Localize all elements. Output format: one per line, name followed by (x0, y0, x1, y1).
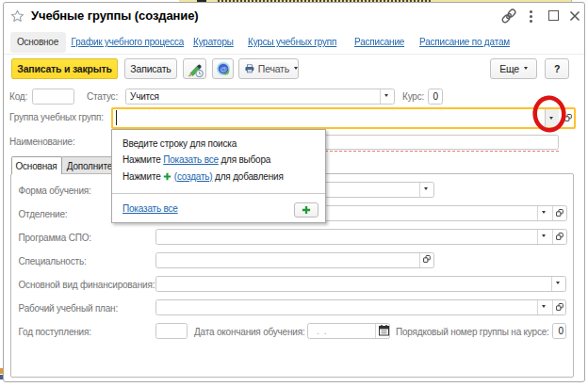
svg-text:@: @ (220, 65, 226, 73)
